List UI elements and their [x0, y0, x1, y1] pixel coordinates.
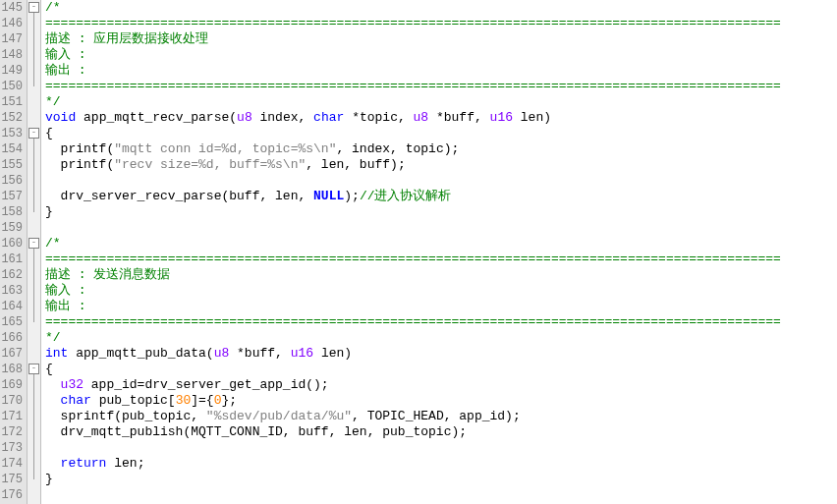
- line-number: 174: [0, 456, 23, 472]
- line-number: 160: [0, 236, 23, 252]
- fold-toggle-icon[interactable]: -: [28, 364, 39, 374]
- line-number: 167: [0, 346, 23, 362]
- code-line[interactable]: {: [45, 126, 837, 141]
- code-line[interactable]: sprintf(pub_topic, "%sdev/pub/data/%u", …: [45, 409, 837, 424]
- code-line[interactable]: {: [45, 362, 837, 377]
- code-line[interactable]: int app_mqtt_pub_data(u8 *buff, u16 len): [45, 346, 837, 362]
- line-number: 170: [0, 393, 23, 409]
- code-line[interactable]: drv_server_recv_parse(buff, len, NULL);/…: [45, 189, 837, 204]
- code-line[interactable]: /*: [45, 236, 837, 252]
- fold-column: ----: [28, 0, 41, 504]
- code-line[interactable]: */: [45, 330, 837, 346]
- code-line[interactable]: printf("recv size=%d, buff=%s\n", len, b…: [45, 157, 837, 173]
- code-line[interactable]: [45, 173, 837, 189]
- code-line[interactable]: ========================================…: [45, 16, 837, 31]
- line-number: 157: [0, 189, 23, 204]
- line-number: 150: [0, 79, 23, 94]
- line-number: 145: [0, 0, 23, 16]
- code-line[interactable]: ========================================…: [45, 79, 837, 94]
- line-number: 154: [0, 141, 23, 157]
- line-number: 176: [0, 487, 23, 503]
- code-line[interactable]: u32 app_id=drv_server_get_app_id();: [45, 377, 837, 393]
- line-number: 165: [0, 314, 23, 330]
- fold-toggle-icon[interactable]: -: [28, 2, 39, 13]
- code-line[interactable]: void app_mqtt_recv_parse(u8 index, char …: [45, 110, 837, 126]
- line-number: 171: [0, 409, 23, 424]
- fold-toggle-icon[interactable]: -: [28, 238, 39, 249]
- line-number: 147: [0, 31, 23, 47]
- fold-guide: [33, 244, 34, 322]
- line-number: 158: [0, 204, 23, 220]
- line-number: 161: [0, 252, 23, 267]
- line-number: 153: [0, 126, 23, 141]
- fold-guide: [33, 134, 34, 212]
- line-number: 162: [0, 267, 23, 283]
- code-line[interactable]: 描述 : 应用层数据接收处理: [45, 31, 837, 47]
- line-number: 166: [0, 330, 23, 346]
- code-line[interactable]: [45, 220, 837, 236]
- code-line[interactable]: 输入 :: [45, 283, 837, 299]
- line-number: 169: [0, 377, 23, 393]
- line-number: 175: [0, 472, 23, 487]
- code-line[interactable]: printf("mqtt conn id=%d, topic=%s\n", in…: [45, 141, 837, 157]
- code-line[interactable]: return len;: [45, 456, 837, 472]
- line-number: 168: [0, 362, 23, 377]
- line-number: 156: [0, 173, 23, 189]
- line-number: 149: [0, 63, 23, 79]
- line-number: 164: [0, 299, 23, 314]
- line-number: 172: [0, 424, 23, 440]
- line-number: 151: [0, 94, 23, 110]
- code-line[interactable]: 输入 :: [45, 47, 837, 63]
- code-line[interactable]: }: [45, 472, 837, 487]
- code-line[interactable]: 描述 : 发送消息数据: [45, 267, 837, 283]
- code-line[interactable]: ========================================…: [45, 252, 837, 267]
- code-line[interactable]: 输出 :: [45, 299, 837, 314]
- code-line[interactable]: drv_mqtt_publish(MQTT_CONN_ID, buff, len…: [45, 424, 837, 440]
- code-line[interactable]: }: [45, 204, 837, 220]
- code-line[interactable]: ========================================…: [45, 314, 837, 330]
- code-line[interactable]: /*: [45, 0, 837, 16]
- code-line[interactable]: 输出 :: [45, 63, 837, 79]
- line-number: 173: [0, 440, 23, 456]
- code-line[interactable]: char pub_topic[30]={0};: [45, 393, 837, 409]
- code-line[interactable]: [45, 440, 837, 456]
- line-number: 155: [0, 157, 23, 173]
- fold-guide: [33, 369, 34, 479]
- line-number: 163: [0, 283, 23, 299]
- code-area[interactable]: /*======================================…: [41, 0, 837, 504]
- line-number: 159: [0, 220, 23, 236]
- code-line[interactable]: [45, 487, 837, 503]
- fold-toggle-icon[interactable]: -: [28, 128, 39, 139]
- line-number: 148: [0, 47, 23, 63]
- code-line[interactable]: */: [45, 94, 837, 110]
- line-number: 146: [0, 16, 23, 31]
- fold-guide: [33, 8, 34, 86]
- line-number: 152: [0, 110, 23, 126]
- line-number-gutter: 1451461471481491501511521531541551561571…: [0, 0, 28, 504]
